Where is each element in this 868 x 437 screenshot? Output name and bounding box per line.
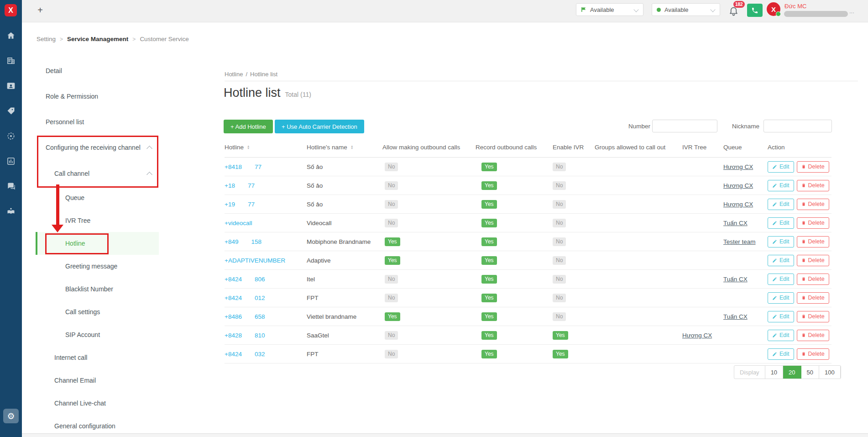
delete-button[interactable]: Delete — [797, 236, 829, 247]
menu-item[interactable]: Channel Email — [36, 369, 159, 392]
pencil-icon — [772, 258, 777, 263]
menu-item[interactable]: Personnel list — [36, 109, 159, 135]
hotline-number-link[interactable]: +8418 77 — [225, 163, 307, 170]
hotline-number-link[interactable]: +18 77 — [225, 182, 307, 189]
menu-item[interactable]: Call channel — [36, 160, 159, 186]
enable-ivr-badge: No — [553, 181, 566, 190]
tag-icon[interactable] — [0, 104, 22, 118]
hotline-number-link[interactable]: +ADAPTIVENUMBER — [225, 257, 307, 264]
delete-button[interactable]: Delete — [797, 292, 829, 304]
column-header[interactable]: Hotline ▲▼ — [225, 144, 307, 151]
settings-gear-icon[interactable]: ⚙ — [3, 409, 19, 423]
delete-button[interactable]: Delete — [797, 274, 829, 285]
menu-item[interactable]: Blacklist Number — [36, 278, 159, 300]
contacts-icon[interactable] — [0, 79, 22, 93]
delete-button[interactable]: Delete — [797, 180, 829, 191]
edit-button[interactable]: Edit — [768, 274, 794, 285]
edit-button[interactable]: Edit — [768, 199, 794, 210]
hotline-number-link[interactable]: +8424 012 — [225, 295, 307, 301]
edit-button[interactable]: Edit — [768, 255, 794, 266]
number-filter-input[interactable] — [652, 120, 717, 132]
page-size-option[interactable]: 50 — [801, 366, 819, 379]
delete-button-label: Delete — [808, 238, 825, 245]
ivr-tree-link[interactable]: Hương CX — [682, 332, 712, 339]
allow-outbound-cell: Yes — [382, 256, 476, 265]
add-hotline-button[interactable]: + Add Hotline — [224, 120, 273, 133]
breadcrumb-setting[interactable]: Setting — [37, 36, 56, 42]
hotline-number-link[interactable]: +8486 658 — [225, 313, 307, 320]
delete-button[interactable]: Delete — [797, 330, 829, 341]
breadcrumb-customer-service[interactable]: Customer Service — [140, 36, 188, 42]
status-dropdown-primary[interactable]: Available — [576, 3, 643, 16]
edit-button[interactable]: Edit — [768, 236, 794, 247]
edit-button[interactable]: Edit — [768, 330, 794, 341]
new-tab-button[interactable]: + — [35, 5, 46, 16]
menu-item[interactable]: Channel Live-chat — [36, 392, 159, 415]
phone-call-button[interactable] — [747, 4, 763, 17]
column-header-label: Queue — [723, 144, 742, 151]
queue-link[interactable]: Hương CX — [723, 163, 753, 170]
edit-button[interactable]: Edit — [768, 292, 794, 304]
menu-item[interactable]: Detail — [36, 58, 159, 84]
hotline-number-link[interactable]: +849 158 — [225, 238, 307, 245]
menu-item[interactable]: IVR Tree — [36, 209, 159, 232]
enable-ivr-cell: No — [553, 275, 595, 284]
ivr-tree-cell: Hương CX — [682, 332, 723, 339]
edit-button-label: Edit — [779, 257, 790, 263]
menu-item[interactable]: Hotline — [36, 232, 159, 255]
breadcrumb-service-management[interactable]: Service Management — [67, 36, 128, 42]
queue-link[interactable]: Tuấn CX — [723, 220, 748, 226]
delete-button[interactable]: Delete — [797, 217, 829, 229]
menu-item[interactable]: General configuration — [36, 415, 159, 437]
edit-button[interactable]: Edit — [768, 348, 794, 360]
menu-item[interactable]: Call settings — [36, 300, 159, 323]
menu-item[interactable]: Internet call — [36, 346, 159, 369]
use-auto-carrier-detection-button[interactable]: + Use Auto Carrier Detection — [275, 120, 364, 133]
edit-button[interactable]: Edit — [768, 311, 794, 322]
edit-button-label: Edit — [779, 220, 790, 226]
care-icon[interactable] — [0, 205, 22, 218]
page-size-option[interactable]: 100 — [819, 366, 841, 379]
reports-icon[interactable] — [0, 154, 22, 168]
delete-button[interactable]: Delete — [797, 311, 829, 322]
column-header[interactable]: Hotline's name ▲▼ — [307, 144, 382, 151]
number-filter-label: Number — [628, 123, 650, 130]
page-size-option[interactable]: Display — [734, 366, 765, 379]
menu-item[interactable]: Role & Permission — [36, 84, 159, 109]
page-size-option[interactable]: 10 — [765, 366, 783, 379]
edit-button[interactable]: Edit — [768, 180, 794, 191]
queue-link[interactable]: Tester team — [723, 238, 756, 245]
brand-logo[interactable]: X — [5, 4, 17, 16]
delete-button[interactable]: Delete — [797, 199, 829, 210]
edit-button[interactable]: Edit — [768, 161, 794, 173]
menu-item[interactable]: Queue — [36, 186, 159, 209]
chat-icon[interactable] — [0, 179, 22, 193]
column-header: Groups allowed to call out ▲▼ — [595, 144, 682, 151]
delete-button[interactable]: Delete — [797, 348, 829, 360]
hotline-number-link[interactable]: +8424 806 — [225, 276, 307, 283]
queue-link[interactable]: Tuấn CX — [723, 276, 748, 283]
menu-item-label: Blacklist Number — [65, 285, 113, 293]
delete-button[interactable]: Delete — [797, 255, 829, 266]
delete-button[interactable]: Delete — [797, 161, 829, 173]
target-icon[interactable] — [0, 129, 22, 143]
hotline-number-link[interactable]: +8428 810 — [225, 332, 307, 339]
home-icon[interactable] — [0, 29, 22, 42]
queue-link[interactable]: Tuấn CX — [723, 313, 748, 320]
path-section[interactable]: Hotline — [225, 71, 243, 78]
menu-item[interactable]: Configuring the receiving channel — [36, 135, 159, 160]
menu-item[interactable]: Greeting message — [36, 255, 159, 278]
queue-link[interactable]: Hương CX — [723, 182, 753, 189]
page-size-option[interactable]: 20 — [783, 366, 801, 379]
hotline-number-link[interactable]: +8424 032 — [225, 351, 307, 358]
edit-button[interactable]: Edit — [768, 217, 794, 229]
user-avatar[interactable]: X — [767, 2, 780, 16]
nickname-filter-input[interactable] — [763, 120, 832, 132]
hotline-number-link[interactable]: +19 77 — [225, 201, 307, 208]
status-dropdown-secondary[interactable]: Available — [652, 3, 720, 16]
menu-item[interactable]: SIP Account — [36, 323, 159, 346]
enable-ivr-badge: No — [553, 256, 566, 265]
hotline-number-link[interactable]: +videocall — [225, 220, 307, 226]
queue-link[interactable]: Hương CX — [723, 201, 753, 208]
organization-icon[interactable] — [0, 54, 22, 68]
